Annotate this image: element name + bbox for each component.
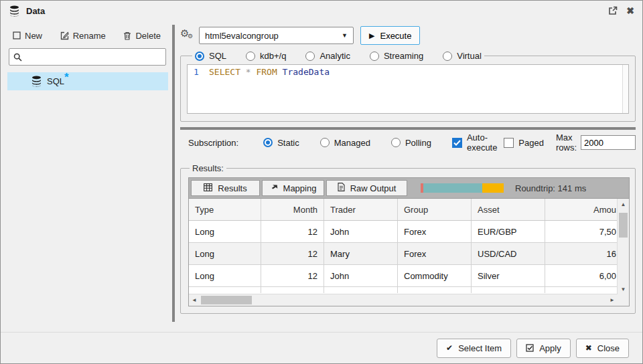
rename-button[interactable]: Rename — [60, 31, 106, 41]
new-button[interactable]: New — [13, 31, 42, 41]
column-header-asset[interactable]: Asset — [472, 199, 545, 220]
scroll-right-icon[interactable]: ► — [607, 294, 618, 306]
delete-button[interactable]: Delete — [123, 31, 161, 41]
table-row-partial — [189, 287, 618, 293]
radio-label: Polling — [405, 138, 431, 148]
table-row[interactable]: Long 12 Mary Forex USD/CAD 16 — [189, 243, 618, 265]
radio-dot — [391, 138, 401, 147]
search-icon — [13, 53, 22, 62]
tab-mapping[interactable]: Mapping — [262, 180, 324, 196]
delete-label: Delete — [135, 31, 161, 41]
auto-execute-checkbox[interactable]: Auto-execute — [452, 132, 498, 153]
popout-icon[interactable] — [608, 6, 618, 15]
checkbox-label: Auto-execute — [467, 132, 498, 153]
editor-scrollbar[interactable] — [622, 65, 628, 113]
progress-segment-teal — [423, 183, 482, 193]
main-panel: ⚙⚙ html5evalcongroup ▼ ▶ Execute SQL kdb… — [180, 25, 636, 314]
radio-dot — [246, 52, 255, 61]
radio-streaming[interactable]: Streaming — [370, 51, 423, 61]
database-icon — [9, 5, 20, 17]
subscription-label: Subscription: — [188, 138, 238, 148]
cell: Long — [189, 243, 261, 264]
radio-kdb-q[interactable]: kdb+/q — [246, 51, 286, 61]
delete-icon — [123, 31, 131, 40]
table-row[interactable]: Long 12 John Forex EUR/GBP 7,50 — [189, 221, 618, 243]
tab-label: Mapping — [283, 183, 317, 193]
scroll-down-icon[interactable]: ▼ — [618, 284, 629, 294]
column-header-amount[interactable]: Amou — [545, 199, 618, 220]
scroll-left-icon[interactable]: ◄ — [189, 294, 200, 306]
cell: 12 — [261, 243, 324, 264]
connection-select[interactable]: html5evalcongroup ▼ — [199, 27, 354, 44]
query-editor[interactable]: 1 SELECT * FROM TradeData — [187, 64, 629, 114]
chevron-down-icon: ▼ — [342, 32, 348, 39]
select-item-button[interactable]: ✔ Select Item — [437, 339, 511, 358]
results-table: Type Month Trader Group Asset Amou Long … — [188, 199, 630, 306]
radio-label: SQL — [209, 51, 226, 61]
radio-managed[interactable]: Managed — [320, 138, 370, 148]
cell: Forex — [398, 221, 472, 242]
list-item-label: SQL — [47, 72, 64, 90]
apply-button[interactable]: Apply — [516, 339, 571, 358]
checkbox-checked-icon — [452, 138, 462, 148]
radio-dot — [263, 138, 273, 147]
play-icon: ▶ — [369, 31, 374, 40]
radio-analytic[interactable]: Analytic — [305, 51, 350, 61]
search-input[interactable] — [26, 50, 161, 64]
radio-label: kdb+/q — [260, 51, 286, 61]
roundtrip-label: Roundtrip: 141 ms — [515, 183, 586, 193]
column-header-month[interactable]: Month — [261, 199, 324, 220]
horizontal-scrollbar[interactable]: ◄ ► — [189, 294, 618, 306]
query-group: SQL kdb+/q Analytic Streaming Virtual 1 … — [180, 51, 636, 122]
checkbox-label: Paged — [518, 138, 544, 148]
sql-identifier: TradeData — [283, 67, 330, 77]
tab-label: Results — [218, 183, 246, 193]
tab-results[interactable]: Results — [191, 180, 260, 196]
horizontal-splitter[interactable] — [180, 127, 636, 130]
scrollbar-corner — [618, 294, 629, 306]
radio-label: Managed — [334, 138, 370, 148]
tab-raw-output[interactable]: Raw Output — [326, 180, 407, 196]
cell: Silver — [472, 265, 545, 286]
new-label: New — [25, 31, 42, 41]
checkbox-unchecked-icon — [504, 138, 514, 148]
horizontal-scroll-thumb[interactable] — [201, 296, 252, 304]
data-item-list: SQL * — [1, 72, 173, 90]
radio-static[interactable]: Static — [263, 138, 299, 148]
scroll-up-icon[interactable]: ▲ — [618, 199, 629, 209]
cell: John — [324, 221, 398, 242]
vertical-scroll-thumb[interactable] — [619, 213, 628, 238]
radio-sql[interactable]: SQL — [195, 51, 226, 61]
cell: Long — [189, 221, 261, 242]
connection-row: ⚙⚙ html5evalcongroup ▼ ▶ Execute — [180, 26, 636, 45]
vertical-scrollbar[interactable]: ▲ ▼ — [617, 199, 629, 294]
modified-marker: * — [64, 73, 69, 82]
column-header-group[interactable]: Group — [398, 199, 472, 220]
database-icon — [31, 76, 42, 89]
radio-dot — [443, 52, 452, 61]
cell: Forex — [398, 243, 472, 264]
list-item-sql[interactable]: SQL * — [7, 72, 168, 90]
gears-icon[interactable]: ⚙⚙ — [180, 29, 195, 42]
execute-label: Execute — [380, 31, 411, 41]
max-rows-label: Max rows: — [556, 132, 577, 153]
table-row[interactable]: Long 12 John Commodity Silver 6,00 — [189, 265, 618, 287]
column-header-trader[interactable]: Trader — [324, 199, 398, 220]
close-icon[interactable]: ✖ — [626, 5, 634, 16]
close-button[interactable]: ✖ Close — [576, 339, 629, 358]
radio-polling[interactable]: Polling — [391, 138, 431, 148]
radio-label: Analytic — [319, 51, 350, 61]
cell: John — [324, 265, 398, 286]
execute-button[interactable]: ▶ Execute — [360, 26, 420, 45]
panel-splitter[interactable] — [172, 25, 175, 322]
query-type-radios: SQL kdb+/q Analytic Streaming Virtual — [192, 51, 484, 61]
tab-label: Raw Output — [350, 183, 397, 193]
query-progress-bar — [421, 183, 504, 193]
column-header-type[interactable]: Type — [189, 199, 261, 220]
paged-checkbox[interactable]: Paged — [504, 138, 544, 148]
cell: 16 — [545, 243, 618, 264]
sidebar: New Rename Delete SQL * — [1, 21, 173, 363]
max-rows-input[interactable] — [581, 135, 636, 150]
radio-label: Virtual — [457, 51, 482, 61]
radio-virtual[interactable]: Virtual — [443, 51, 482, 61]
